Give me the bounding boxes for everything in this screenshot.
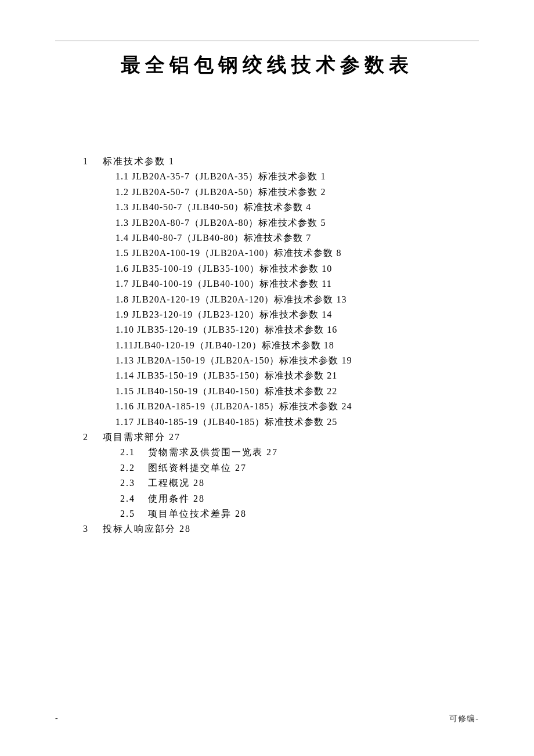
toc-section-label: 投标人响应部分 28	[103, 524, 191, 534]
toc-sub-list-1: 1.1 JLB20A-35-7（JLB20A-35）标准技术参数 1 1.2 J…	[83, 169, 479, 430]
toc-sub-num: 2.1	[120, 445, 145, 460]
footer-left: -	[55, 714, 58, 724]
toc-sub-label: 工程概况 28	[148, 478, 205, 488]
toc-sub-label: 货物需求及供货围一览表 27	[148, 447, 278, 457]
table-of-contents: 1 标准技术参数 1 1.1 JLB20A-35-7（JLB20A-35）标准技…	[55, 154, 479, 537]
toc-item: 2.3 工程概况 28	[120, 476, 479, 491]
page-title: 最全铝包钢绞线技术参数表	[55, 52, 479, 78]
toc-section-num: 1	[83, 154, 99, 169]
toc-sub-label: 使用条件 28	[148, 494, 205, 503]
toc-item: 1.2 JLB20A-50-7（JLB20A-50）标准技术参数 2	[116, 185, 479, 200]
toc-item: 1.9 JLB23-120-19（JLB23-120）标准技术参数 14	[116, 307, 479, 322]
toc-item: 1.4 JLB40-80-7（JLB40-80）标准技术参数 7	[116, 231, 479, 246]
toc-item: 1.8 JLB20A-120-19（JLB20A-120）标准技术参数 13	[116, 292, 479, 307]
toc-item: 1.13 JLB20A-150-19（JLB20A-150）标准技术参数 19	[116, 353, 479, 368]
toc-section-num: 2	[83, 430, 99, 445]
toc-item: 1.3 JLB40-50-7（JLB40-50）标准技术参数 4	[116, 200, 479, 215]
toc-sub-list-2: 2.1 货物需求及供货围一览表 27 2.2 图纸资料提交单位 27 2.3 工…	[83, 445, 479, 521]
toc-item: 2.4 使用条件 28	[120, 491, 479, 506]
toc-section-label: 标准技术参数 1	[103, 156, 175, 166]
toc-section-num: 3	[83, 521, 99, 537]
toc-sub-num: 2.3	[120, 476, 145, 491]
footer: - 可修编-	[55, 714, 479, 724]
top-rule	[55, 41, 479, 41]
toc-item: 2.1 货物需求及供货围一览表 27	[120, 445, 479, 460]
toc-section-3: 3 投标人响应部分 28	[83, 521, 479, 537]
toc-item: 1.14 JLB35-150-19（JLB35-150）标准技术参数 21	[116, 368, 479, 383]
toc-sub-num: 2.2	[120, 460, 145, 476]
toc-item: 2.5 项目单位技术差异 28	[120, 506, 479, 521]
toc-item: 1.7 JLB40-100-19（JLB40-100）标准技术参数 11	[116, 276, 479, 291]
toc-sub-num: 2.4	[120, 491, 145, 506]
toc-item: 1.6 JLB35-100-19（JLB35-100）标准技术参数 10	[116, 261, 479, 276]
page-container: 最全铝包钢绞线技术参数表 1 标准技术参数 1 1.1 JLB20A-35-7（…	[0, 0, 534, 537]
toc-sub-num: 2.5	[120, 506, 145, 521]
toc-item: 1.11JLB40-120-19（JLB40-120）标准技术参数 18	[116, 338, 479, 353]
toc-section-1: 1 标准技术参数 1	[83, 154, 479, 169]
toc-item: 1.17 JLB40-185-19（JLB40-185）标准技术参数 25	[116, 415, 479, 430]
footer-right: 可修编-	[449, 714, 479, 724]
toc-sub-label: 图纸资料提交单位 27	[148, 463, 247, 473]
toc-item: 2.2 图纸资料提交单位 27	[120, 460, 479, 476]
toc-item: 1.15 JLB40-150-19（JLB40-150）标准技术参数 22	[116, 384, 479, 399]
toc-item: 1.16 JLB20A-185-19（JLB20A-185）标准技术参数 24	[116, 399, 479, 414]
toc-item: 1.1 JLB20A-35-7（JLB20A-35）标准技术参数 1	[116, 169, 479, 184]
toc-item: 1.3 JLB20A-80-7（JLB20A-80）标准技术参数 5	[116, 215, 479, 231]
toc-section-label: 项目需求部分 27	[103, 432, 181, 442]
toc-sub-label: 项目单位技术差异 28	[148, 509, 247, 519]
toc-item: 1.10 JLB35-120-19（JLB35-120）标准技术参数 16	[116, 322, 479, 337]
toc-item: 1.5 JLB20A-100-19（JLB20A-100）标准技术参数 8	[116, 246, 479, 261]
toc-section-2: 2 项目需求部分 27	[83, 430, 479, 445]
